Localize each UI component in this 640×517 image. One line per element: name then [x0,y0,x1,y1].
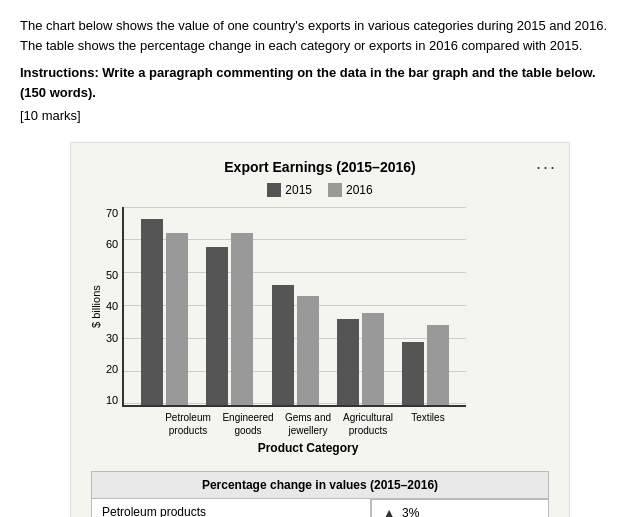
x-label: Engineered goods [218,411,278,437]
legend-2016-label: 2016 [346,183,373,197]
chart-title: Export Earnings (2015–2016) [91,159,549,175]
y-axis: 70605040302010 [106,207,122,407]
table-header: Percentage change in values (2015–2016) [92,471,549,498]
legend-2015-label: 2015 [285,183,312,197]
x-label: Gems and jewellery [278,411,338,437]
bar-2015 [141,219,163,405]
y-tick: 60 [106,238,118,250]
bar-group [337,313,384,404]
table-percentage: 3% [402,506,419,518]
legend-2016: 2016 [328,183,373,197]
y-tick: 40 [106,300,118,312]
table-value-cell: ▲3% [371,499,548,518]
arrow-up-icon: ▲ [382,505,396,518]
table-category: Petroleum products [92,498,371,517]
chart-legend: 2015 2016 [91,183,549,197]
legend-2015-box [267,183,281,197]
bar-2016 [427,325,449,405]
x-axis-title: Product Category [150,441,466,455]
x-label: Agricultural products [338,411,398,437]
bar-2016 [297,296,319,405]
chart-area: 70605040302010 [106,207,466,407]
bar-2015 [402,342,424,405]
marks-text: [10 marks] [20,106,620,126]
bar-group [206,233,253,404]
y-axis-label: $ billions [91,207,102,407]
intro-text: The chart below shows the value of one c… [20,16,620,55]
bar-2015 [272,285,294,405]
chart-container: ... Export Earnings (2015–2016) 2015 201… [70,142,570,518]
x-label: Petroleum products [158,411,218,437]
y-tick: 70 [106,207,118,219]
instructions-text: Instructions: Write a paragraph commenti… [20,63,620,102]
table-row: Petroleum products▲3% [92,498,549,517]
bar-group [402,325,449,405]
y-tick: 30 [106,332,118,344]
data-table: Percentage change in values (2015–2016)P… [91,471,549,518]
x-label: Textiles [398,411,458,437]
y-tick: 10 [106,394,118,406]
legend-2015: 2015 [267,183,312,197]
bars-grid [122,207,466,407]
bar-2016 [231,233,253,404]
bar-2015 [206,247,228,404]
legend-2016-box [328,183,342,197]
more-button[interactable]: ... [536,153,557,174]
bar-2016 [362,313,384,404]
table-section: Percentage change in values (2015–2016)P… [91,471,549,518]
bar-2016 [166,233,188,404]
y-tick: 20 [106,363,118,375]
y-tick: 50 [106,269,118,281]
bar-2015 [337,319,359,405]
bar-group [272,285,319,405]
bar-group [141,219,188,405]
